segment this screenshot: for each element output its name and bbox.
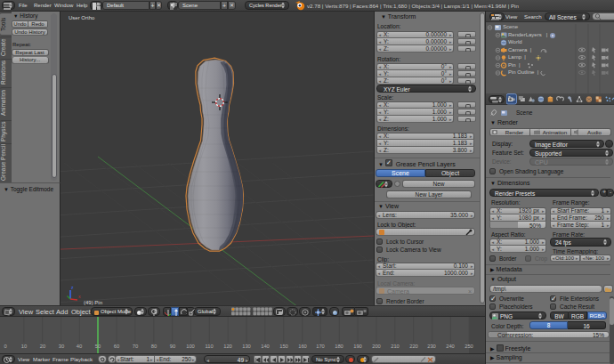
svg-text:x: x [78,294,81,299]
svg-text:z: z [71,285,74,290]
